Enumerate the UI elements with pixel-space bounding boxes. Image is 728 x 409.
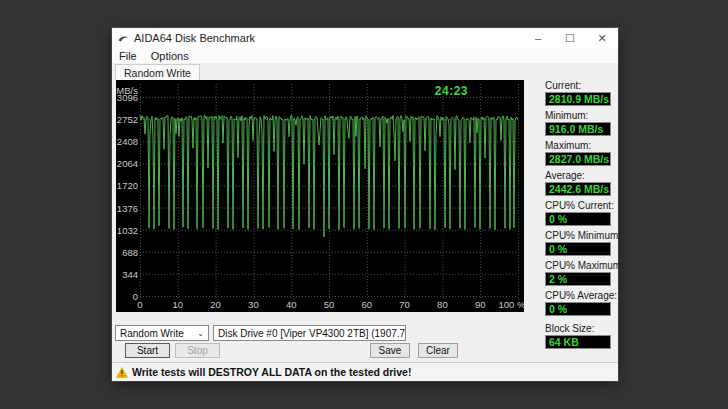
stat-label: Maximum: <box>545 140 611 151</box>
stat-value: 2 % <box>545 272 611 286</box>
stat-group: Block Size:64 KB <box>545 323 611 349</box>
menu-file[interactable]: File <box>112 50 144 62</box>
menu-options[interactable]: Options <box>144 50 196 62</box>
y-tick-label: 2752 <box>116 114 138 125</box>
stat-value: 64 KB <box>545 335 611 349</box>
x-tick-label: 40 <box>274 299 308 310</box>
x-tick-label: 80 <box>425 299 459 310</box>
x-tick-label: 90 <box>463 299 497 310</box>
x-tick-label: 100 % <box>495 299 524 310</box>
close-button[interactable]: ✕ <box>586 28 618 48</box>
x-tick-label: 0 <box>123 299 157 310</box>
title-bar[interactable]: AIDA64 Disk Benchmark – ☐ ✕ <box>112 28 618 48</box>
stat-group: CPU% Average:0 % <box>545 290 611 316</box>
drive-dropdown[interactable]: Disk Drive #0 [Viper VP4300 2TB] (1907.7… <box>213 325 406 341</box>
y-tick-label: 1376 <box>116 203 138 214</box>
test-type-value: Random Write <box>120 328 184 339</box>
stat-label: Current: <box>545 80 611 91</box>
elapsed-time: 24:23 <box>435 84 468 98</box>
x-tick-label: 20 <box>199 299 233 310</box>
stat-value: 0 % <box>545 242 611 256</box>
x-tick-label: 30 <box>236 299 270 310</box>
stat-group: CPU% Maximum:2 % <box>545 260 611 286</box>
stat-value: 2810.9 MB/s <box>545 92 611 106</box>
stat-label: CPU% Maximum: <box>545 260 611 271</box>
stat-label: CPU% Minimum: <box>545 230 611 241</box>
stat-value: 0 % <box>545 302 611 316</box>
stat-group: CPU% Current:0 % <box>545 200 611 226</box>
menu-bar: File Options <box>112 48 618 63</box>
throughput-line <box>140 115 518 237</box>
stat-value: 2827.0 MB/s <box>545 152 611 166</box>
x-tick-label: 70 <box>388 299 422 310</box>
stat-group: Maximum:2827.0 MB/s <box>545 140 611 166</box>
window-title: AIDA64 Disk Benchmark <box>134 32 255 44</box>
clear-button[interactable]: Clear <box>418 343 458 358</box>
test-type-dropdown[interactable]: Random Write ⌄ <box>115 325 209 341</box>
stop-button[interactable]: Stop <box>175 343 220 358</box>
x-tick-label: 50 <box>312 299 346 310</box>
aida64-disk-benchmark-window: AIDA64 Disk Benchmark – ☐ ✕ File Options… <box>112 28 618 381</box>
y-tick-label: 344 <box>116 269 138 280</box>
x-tick-label: 60 <box>350 299 384 310</box>
stat-value: 916.0 MB/s <box>545 122 611 136</box>
save-button[interactable]: Save <box>370 343 410 358</box>
tab-strip: Random Write <box>112 63 618 80</box>
maximize-button[interactable]: ☐ <box>554 28 586 48</box>
desktop-background: AIDA64 Disk Benchmark – ☐ ✕ File Options… <box>0 0 728 409</box>
stat-value: 0 % <box>545 212 611 226</box>
stat-group: Average:2442.6 MB/s <box>545 170 611 196</box>
app-icon <box>118 34 129 43</box>
stat-label: Average: <box>545 170 611 181</box>
warning-icon <box>116 367 128 378</box>
warning-text: Write tests will DESTROY ALL DATA on the… <box>132 366 411 378</box>
y-tick-label: 2408 <box>116 136 138 147</box>
stat-label: Block Size: <box>545 323 611 334</box>
tab-random-write[interactable]: Random Write <box>115 64 200 80</box>
stat-label: Minimum: <box>545 110 611 121</box>
x-tick-label: 10 <box>161 299 195 310</box>
drive-value: Disk Drive #0 [Viper VP4300 2TB] (1907.7… <box>218 328 406 339</box>
chevron-down-icon: ⌄ <box>193 329 204 338</box>
benchmark-graph: MB/s 30962752240820641720137610326883440… <box>116 80 524 312</box>
stat-group: Current:2810.9 MB/s <box>545 80 611 106</box>
stat-label: CPU% Average: <box>545 290 611 301</box>
stat-value: 2442.6 MB/s <box>545 182 611 196</box>
minimize-button[interactable]: – <box>522 28 554 48</box>
y-tick-label: 1032 <box>116 225 138 236</box>
stat-label: CPU% Current: <box>545 200 611 211</box>
y-tick-label: 2064 <box>116 158 138 169</box>
y-tick-label: 688 <box>116 247 138 258</box>
y-tick-label: 1720 <box>116 180 138 191</box>
status-bar: Write tests will DESTROY ALL DATA on the… <box>112 362 618 381</box>
throughput-chart <box>116 80 524 312</box>
stat-group: CPU% Minimum:0 % <box>545 230 611 256</box>
start-button[interactable]: Start <box>125 343 170 358</box>
y-tick-label: 3096 <box>116 92 138 103</box>
stat-group: Minimum:916.0 MB/s <box>545 110 611 136</box>
